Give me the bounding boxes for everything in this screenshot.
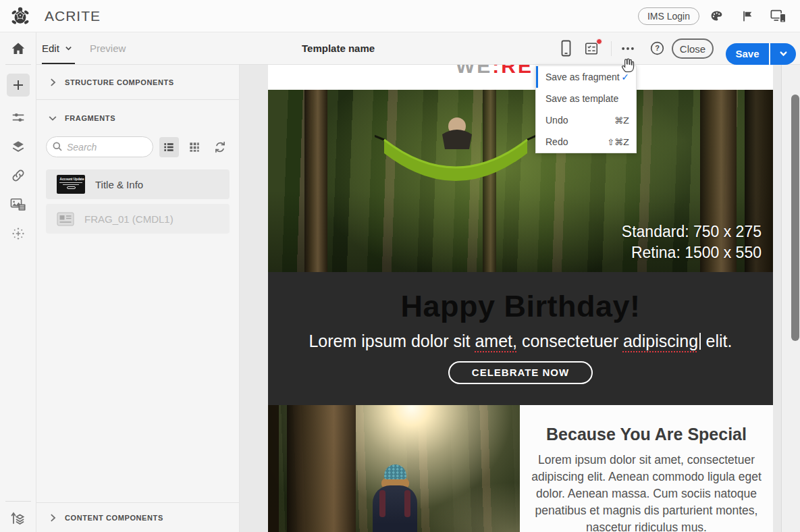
phone-preview-icon	[561, 40, 571, 57]
sliders-icon[interactable]	[10, 109, 26, 126]
help-button[interactable]: ?	[648, 32, 666, 64]
search-icon	[52, 141, 63, 152]
content-tree-icon[interactable]	[10, 510, 26, 526]
birthday-section: Happy Birthday! Lorem ipsum dolor sit am…	[268, 272, 773, 405]
edit-mode-label: Edit	[42, 43, 59, 54]
left-rail	[0, 32, 36, 532]
refresh-button[interactable]	[210, 137, 230, 157]
media-icon[interactable]	[10, 196, 26, 213]
subtitle-text: consectetuer	[517, 331, 623, 350]
hero-tree-trunk	[304, 90, 327, 272]
brand-text-gray: WE	[456, 65, 492, 77]
rail-divider	[5, 64, 31, 65]
hero-image-block[interactable]: Standard: 750 x 275 Retina: 1500 x 550	[268, 90, 773, 272]
birthday-subtitle[interactable]: Lorem ipsum dolor sit amet, consectetuer…	[268, 331, 773, 351]
edit-mode-selector[interactable]: Edit	[42, 32, 72, 64]
menu-item-save-as-template[interactable]: Save as template	[536, 88, 636, 109]
layers-icon[interactable]	[10, 138, 26, 155]
save-button[interactable]: Save	[726, 43, 769, 65]
chevron-right-icon	[48, 513, 57, 523]
menu-item-label: Save as template	[545, 93, 629, 104]
fragment-thumbnail: Account Update	[57, 175, 85, 194]
menu-item-undo[interactable]: Undo ⌘Z	[536, 109, 636, 131]
two-column-section: Because You Are Special Lorem ipsum dolo…	[268, 405, 773, 532]
header-actions: IMS Login	[638, 7, 789, 25]
main-area: Edit Preview Template name	[0, 32, 800, 532]
menu-item-redo[interactable]: Redo ⇧⌘Z	[536, 131, 636, 153]
brand-logo: WE:RE	[456, 65, 533, 78]
home-button[interactable]	[0, 32, 36, 64]
subtitle-text: elit.	[701, 331, 732, 350]
menu-item-save-as-fragment[interactable]: Save as fragment ✓	[536, 66, 636, 88]
svg-text:?: ?	[655, 44, 660, 52]
check-icon: ✓	[621, 72, 629, 82]
email-brand-block[interactable]: WE:RE	[268, 65, 773, 90]
flag-icon[interactable]	[739, 8, 755, 24]
thumbnail-text-line	[59, 182, 82, 183]
add-components-button[interactable]	[7, 74, 30, 97]
fragments-toolbar	[36, 136, 239, 167]
help-icon: ?	[649, 41, 665, 56]
special-text-block[interactable]: Because You Are Special Lorem ipsum dolo…	[520, 405, 773, 532]
sparkle-icon[interactable]	[10, 225, 26, 242]
misspelled-word: amet,	[475, 331, 517, 350]
list-view-icon	[162, 140, 176, 154]
ims-login-button[interactable]: IMS Login	[638, 7, 699, 25]
link-icon[interactable]	[10, 167, 26, 184]
structure-components-section[interactable]: STRUCTURE COMPONENTS	[36, 65, 239, 100]
misspelled-word: adipiscing	[623, 331, 698, 350]
special-paragraph: Lorem ipsum dolor sit amet, consectetuer…	[530, 452, 764, 532]
canvas-scrollbar-thumb[interactable]	[791, 95, 799, 341]
menu-item-label: Undo	[545, 115, 614, 126]
rail-divider	[5, 501, 31, 502]
more-options-menu: Save as fragment ✓ Save as template Undo…	[535, 65, 637, 153]
validation-button[interactable]	[583, 32, 600, 64]
fragment-card-icon	[57, 212, 74, 226]
content-components-section[interactable]: CONTENT COMPONENTS	[36, 502, 239, 532]
section-label: CONTENT COMPONENTS	[65, 514, 163, 522]
fragment-item-title-info[interactable]: Account Update Title & Info	[46, 169, 230, 199]
chevron-down-icon	[48, 113, 57, 123]
devices-icon[interactable]	[770, 8, 786, 24]
fragment-item-frag01[interactable]: FRAG_01 (CMDL1)	[46, 204, 230, 234]
more-options-button[interactable]	[619, 32, 637, 64]
chevron-down-icon	[779, 49, 788, 58]
palette-icon[interactable]	[708, 8, 724, 24]
thumbnail-text-line	[63, 184, 79, 185]
search-field-wrap	[46, 136, 153, 157]
top-header: ACRITE IMS Login	[0, 0, 800, 32]
editor-toolbar: Edit Preview Template name	[36, 32, 800, 65]
backpack-strap	[379, 490, 385, 517]
active-tab-indicator	[42, 63, 75, 64]
birthday-heading[interactable]: Happy Birthday!	[268, 272, 773, 324]
brand-text-red: :RE	[492, 65, 533, 77]
menu-item-label: Save as fragment	[545, 72, 621, 82]
close-button[interactable]: Close	[672, 38, 714, 59]
fragments-section-header[interactable]: FRAGMENTS	[36, 100, 239, 136]
hero-size-caption: Standard: 750 x 275 Retina: 1500 x 550	[622, 221, 762, 263]
hero-size-retina: Retina: 1500 x 550	[622, 242, 762, 263]
celebrate-now-button[interactable]: CELEBRATE NOW	[448, 361, 593, 384]
email-template: WE:RE	[268, 65, 773, 532]
thumbnail-title: Account Update	[60, 178, 82, 181]
save-options-button[interactable]	[770, 43, 796, 65]
canvas-scrollbar-track[interactable]	[781, 65, 800, 532]
grid-view-button[interactable]	[185, 137, 205, 157]
mobile-preview-button[interactable]	[557, 32, 575, 64]
section-label: FRAGMENTS	[65, 114, 115, 122]
editor-canvas: WE:RE	[240, 65, 781, 532]
section-label: STRUCTURE COMPONENTS	[65, 78, 174, 86]
components-sidebar: STRUCTURE COMPONENTS FRAGMENTS	[36, 65, 240, 532]
list-view-button[interactable]	[159, 137, 179, 157]
refresh-icon	[213, 140, 227, 154]
more-icon	[620, 41, 635, 56]
tab-preview[interactable]: Preview	[90, 32, 126, 64]
fragments-section: FRAGMENTS	[36, 100, 239, 502]
menu-item-shortcut: ⌘Z	[614, 115, 629, 126]
fragment-label: FRAG_01 (CMDL1)	[84, 213, 174, 225]
app-name: ACRITE	[45, 8, 101, 24]
forest-walk-image-block[interactable]	[268, 405, 520, 532]
toolbar-divider	[611, 41, 612, 56]
hero-size-standard: Standard: 750 x 275	[622, 221, 762, 242]
special-heading: Because You Are Special	[520, 425, 773, 444]
